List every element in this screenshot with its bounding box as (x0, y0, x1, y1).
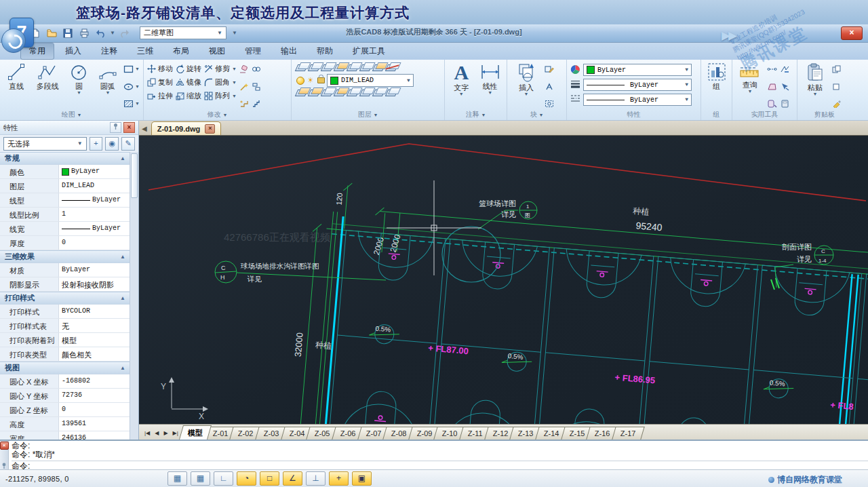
prop-row-center-y[interactable]: 圆心 Y 坐标72736 (0, 389, 130, 403)
wand-tool-icon[interactable] (239, 81, 249, 92)
drawing-canvas[interactable]: 42766786正在观看视频 32000 120 2000 2000 95240 (139, 136, 868, 424)
ribbon-tab-output[interactable]: 输出 (272, 43, 306, 60)
layer-properties-icon[interactable] (295, 64, 308, 71)
prop-row-plotattach[interactable]: 打印表附着到模型 (0, 333, 130, 347)
block-edit-icon[interactable] (545, 64, 554, 75)
prop-row-width[interactable]: 宽度246136 (0, 431, 130, 440)
ribbon-tab-layout[interactable]: 布局 (164, 43, 198, 60)
chevron-down-icon[interactable]: ▼ (232, 67, 237, 71)
lineweight-icon[interactable] (570, 78, 580, 89)
panel-expand-icon[interactable]: ▼ (538, 113, 543, 117)
erase-tool-icon[interactable] (239, 64, 249, 75)
mirror-tool[interactable]: 镜像 (176, 76, 201, 89)
layer-change-icon[interactable] (359, 90, 372, 96)
collapse-icon[interactable]: ▲ (120, 295, 125, 301)
calculator-icon[interactable] (780, 98, 790, 109)
layer-delete-icon[interactable] (334, 90, 347, 96)
layout-tab-model[interactable]: 模型 (179, 425, 212, 440)
circle-tool[interactable]: 圆 ▼ (66, 62, 92, 111)
scale-tool[interactable]: 缩放 (176, 90, 201, 102)
last-tab-icon[interactable]: ▶| (171, 429, 180, 437)
ducs-toggle-button[interactable]: ⊥ (306, 471, 326, 486)
pin-icon[interactable] (1, 463, 7, 469)
scrollbar-thumb[interactable] (131, 153, 138, 198)
ribbon-tab-annotate[interactable]: 注释 (92, 43, 126, 60)
chevron-down-icon[interactable]: ▼ (232, 81, 237, 85)
doc-tab-scroll-left-icon[interactable]: ◀ (142, 125, 147, 135)
arc-tool[interactable]: 圆弧 ▼ (95, 62, 121, 111)
prop-row-thickness[interactable]: 厚度0 (0, 236, 130, 250)
cut-clip-icon[interactable] (832, 81, 842, 92)
collapse-icon[interactable]: ▲ (120, 155, 125, 161)
layer-walk-icon[interactable] (295, 90, 308, 96)
join-tool-icon[interactable] (252, 64, 261, 75)
toggle-pickadd-button[interactable]: + (90, 137, 103, 151)
grid-toggle-button[interactable]: ▦ (191, 471, 210, 486)
color-wheel-icon[interactable] (570, 64, 580, 75)
block-define-icon[interactable] (545, 98, 554, 109)
document-tab[interactable]: Z-01-09.dwg × (151, 121, 222, 135)
ribbon-tab-insert[interactable]: 插入 (56, 43, 90, 60)
quick-select-button[interactable]: ✎ (121, 137, 135, 151)
prop-row-layer[interactable]: 图层DIM_LEAD (0, 179, 130, 193)
layer-off-icon[interactable] (385, 64, 398, 71)
chevron-down-icon[interactable]: ▼ (105, 91, 110, 95)
lwt-toggle-button[interactable]: ▣ (352, 471, 372, 486)
ribbon-tab-help[interactable]: 帮助 (308, 43, 342, 60)
first-tab-icon[interactable]: |◀ (142, 429, 152, 437)
command-window[interactable]: × 命令: 命令: *取消* 命令: (0, 440, 868, 469)
workspace-select[interactable]: 二维草图 ▼ (140, 26, 226, 39)
stretch-tool[interactable]: 拉伸 (147, 90, 173, 102)
polar-toggle-button[interactable]: ◔ (237, 471, 256, 486)
chevron-down-icon[interactable]: ▼ (459, 92, 464, 96)
fillet-tool[interactable]: 圆角▼ (204, 76, 237, 89)
open-file-icon[interactable] (45, 26, 58, 39)
chevron-down-icon[interactable]: ▼ (813, 92, 818, 96)
prop-row-lineweight[interactable]: 线宽ByLayer (0, 222, 130, 236)
dyn-toggle-button[interactable]: + (329, 471, 349, 486)
chevron-down-icon[interactable]: ▼ (748, 90, 753, 94)
panel-expand-icon[interactable]: ▼ (222, 113, 227, 117)
osnap-toggle-button[interactable]: □ (260, 471, 279, 486)
snap-toggle-button[interactable]: ▦ (167, 471, 187, 486)
layout-tab[interactable]: Z-17 (612, 427, 644, 440)
rectangle-tool-icon[interactable]: ▼ (123, 64, 140, 75)
polyline-tool[interactable]: 多段线 (32, 62, 63, 111)
break-tool-icon[interactable] (252, 98, 261, 109)
prop-row-shadow[interactable]: 阴影显示投射和接收阴影 (0, 277, 130, 292)
undo-dropdown-icon[interactable]: ▼ (110, 31, 115, 36)
copy-clip-icon[interactable] (832, 64, 842, 75)
panel-expand-icon[interactable]: ▼ (373, 113, 378, 117)
point-style-icon[interactable] (780, 64, 790, 75)
prop-row-center-z[interactable]: 圆心 Z 坐标0 (0, 403, 130, 417)
insert-block-tool[interactable]: 插入 ▼ (511, 62, 542, 111)
layer-freeze-icon[interactable] (359, 64, 372, 71)
prop-row-plottable[interactable]: 打印样式表无 (0, 319, 130, 333)
lineweight-select[interactable]: ByLayer ▼ (583, 79, 692, 91)
distance-tool-icon[interactable] (767, 64, 777, 75)
close-command-icon[interactable]: × (0, 442, 9, 450)
linetype-icon[interactable] (570, 92, 580, 103)
ribbon-tab-manage[interactable]: 管理 (236, 43, 270, 60)
layer-thaw-sun-icon[interactable]: ☀ (307, 77, 314, 84)
layer-copy-objects-icon[interactable] (347, 90, 359, 96)
ribbon-tab-view[interactable]: 视图 (200, 43, 234, 60)
block-attribute-icon[interactable] (545, 81, 554, 92)
paste-tool[interactable]: 粘贴 ▼ (801, 62, 829, 111)
layer-isolate-icon[interactable] (334, 64, 347, 71)
selection-filter-select[interactable]: 无选择 ▼ (3, 137, 87, 151)
save-icon[interactable] (61, 26, 75, 39)
pin-icon[interactable] (110, 122, 121, 133)
align-tool-icon[interactable] (252, 81, 261, 92)
array-tool[interactable]: 阵列▼ (204, 90, 237, 102)
prop-row-ltscale[interactable]: 线型比例1 (0, 208, 130, 222)
prop-row-linetype[interactable]: 线型ByLayer (0, 193, 130, 208)
chevron-down-icon[interactable]: ▼ (488, 91, 492, 95)
redo-icon[interactable] (118, 26, 132, 39)
layer-on-bulb-icon[interactable] (296, 77, 304, 85)
app-logo-icon[interactable] (1, 28, 26, 53)
close-document-icon[interactable]: × (205, 124, 215, 134)
hatch-tool-icon[interactable]: ▼ (123, 98, 140, 109)
prop-row-height[interactable]: 高度139561 (0, 417, 130, 431)
close-window-button[interactable]: × (841, 26, 863, 40)
